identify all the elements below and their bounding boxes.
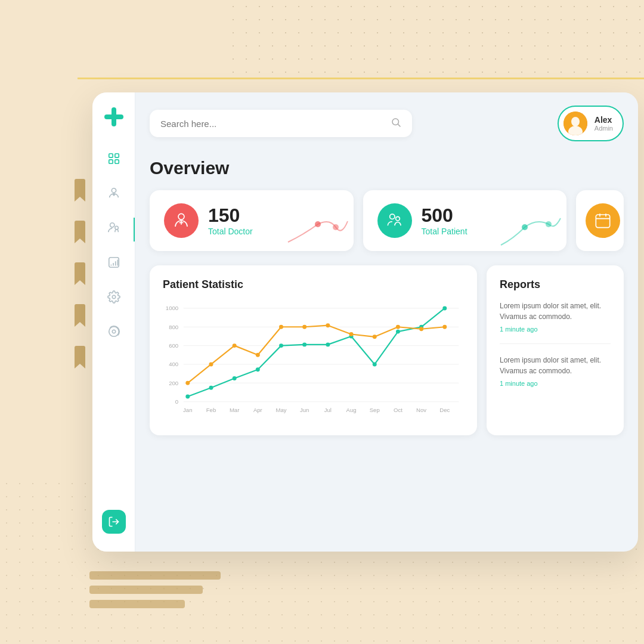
search-icon	[391, 117, 401, 130]
svg-text:800: 800	[169, 324, 178, 330]
svg-point-72	[419, 327, 423, 331]
user-role: Admin	[595, 125, 613, 132]
svg-point-25	[178, 213, 184, 219]
chart-title: Patient Statistic	[163, 278, 464, 291]
svg-point-69	[349, 332, 354, 336]
search-box[interactable]	[150, 110, 412, 137]
svg-point-61	[442, 306, 447, 310]
sidebar-item-settings[interactable]	[101, 284, 126, 309]
sidebar	[92, 92, 135, 552]
svg-point-20	[392, 119, 399, 125]
svg-text:Mar: Mar	[230, 407, 240, 413]
topbar: Alex Admin	[135, 92, 638, 147]
svg-point-59	[396, 330, 400, 334]
svg-rect-5	[114, 160, 118, 163]
stat-card-patient: 500 Total Patient	[363, 190, 567, 251]
svg-point-58	[373, 362, 377, 366]
chart-card: Patient Statistic 1000 800 600 400	[150, 265, 477, 435]
svg-point-50	[185, 394, 190, 398]
sidebar-item-support[interactable]	[101, 319, 126, 344]
doctor-sparkline	[282, 209, 354, 251]
svg-text:Nov: Nov	[416, 407, 426, 413]
svg-point-9	[110, 223, 114, 227]
app-logo	[101, 104, 126, 129]
svg-line-21	[398, 124, 400, 126]
svg-point-33	[546, 221, 552, 227]
main-dashboard-card: Alex Admin Overview	[92, 92, 638, 552]
patient-stat-info: 500 Total Patient	[422, 205, 467, 236]
svg-rect-3	[114, 154, 118, 157]
svg-point-52	[233, 376, 237, 380]
report-time-0: 1 minute ago	[500, 326, 611, 333]
svg-point-68	[326, 323, 330, 327]
svg-point-10	[114, 226, 118, 230]
bottom-bar-decorations	[89, 571, 221, 608]
svg-text:1000: 1000	[166, 305, 178, 311]
report-time-1: 1 minute ago	[500, 380, 611, 387]
svg-rect-1	[104, 114, 123, 119]
sidebar-item-dashboard[interactable]	[101, 146, 126, 171]
svg-point-51	[209, 386, 213, 390]
sidebar-item-doctors[interactable]	[101, 181, 126, 206]
active-indicator	[134, 218, 135, 242]
sidebar-item-patients[interactable]	[101, 215, 126, 240]
svg-point-31	[395, 216, 400, 221]
overview-title: Overview	[150, 158, 624, 178]
svg-point-73	[442, 325, 447, 329]
svg-point-54	[279, 343, 283, 348]
svg-rect-34	[596, 215, 609, 228]
svg-point-55	[302, 342, 306, 346]
reports-card: Reports Lorem ipsum dolor sit amet, elit…	[487, 265, 624, 435]
svg-text:Apr: Apr	[253, 407, 263, 413]
svg-text:Jun: Jun	[300, 407, 309, 413]
accent-line	[78, 78, 644, 79]
svg-point-66	[279, 325, 283, 329]
svg-point-63	[209, 362, 213, 366]
search-input[interactable]	[160, 119, 391, 129]
report-item-0: Lorem ipsum dolor sit amet, elit. Vivamu…	[500, 301, 611, 344]
stats-row: 150 Total Doctor	[150, 190, 624, 251]
main-content: Overview 150 Total Doct	[135, 147, 638, 552]
report-text-0: Lorem ipsum dolor sit amet, elit. Vivamu…	[500, 301, 611, 322]
svg-point-53	[256, 367, 260, 371]
patient-count: 500	[422, 205, 467, 226]
svg-text:Aug: Aug	[346, 407, 357, 413]
sidebar-item-reports[interactable]	[101, 250, 126, 275]
user-info: Alex Admin	[595, 115, 613, 132]
svg-point-70	[373, 335, 377, 339]
svg-text:Dec: Dec	[439, 407, 450, 413]
stat-card-doctor: 150 Total Doctor	[150, 190, 354, 251]
svg-point-56	[326, 342, 330, 346]
svg-point-23	[571, 117, 580, 126]
svg-text:200: 200	[169, 380, 178, 386]
svg-text:Sep: Sep	[370, 407, 380, 413]
doctor-stat-info: 150 Total Doctor	[208, 205, 253, 236]
svg-text:Oct: Oct	[394, 407, 402, 413]
svg-text:0: 0	[175, 398, 178, 405]
doctor-count: 150	[208, 205, 253, 226]
patient-label: Total Patient	[422, 227, 467, 236]
logout-button[interactable]	[102, 510, 126, 534]
svg-text:600: 600	[169, 342, 178, 349]
svg-text:Feb: Feb	[206, 407, 216, 413]
svg-point-18	[112, 330, 116, 333]
user-profile[interactable]: Alex Admin	[558, 106, 624, 141]
bookmark-decorations	[75, 179, 85, 364]
content-area: Alex Admin Overview	[135, 92, 638, 552]
svg-point-30	[389, 214, 394, 219]
doctor-label: Total Doctor	[208, 227, 253, 236]
report-item-1: Lorem ipsum dolor sit amet, elit. Vivamu…	[500, 355, 611, 398]
svg-rect-2	[109, 154, 112, 157]
report-text-1: Lorem ipsum dolor sit amet, elit. Vivamu…	[500, 355, 611, 376]
svg-point-64	[233, 343, 237, 348]
svg-point-67	[302, 325, 306, 329]
dot-background-top	[227, 0, 644, 78]
bottom-section: Patient Statistic 1000 800 600 400	[150, 265, 624, 435]
svg-text:400: 400	[169, 361, 178, 367]
svg-point-71	[396, 325, 400, 329]
stat-card-appointments	[576, 190, 624, 251]
svg-text:May: May	[275, 407, 286, 413]
svg-text:Jul: Jul	[324, 407, 332, 413]
calendar-icon-bg	[586, 203, 620, 238]
user-name: Alex	[595, 115, 613, 125]
